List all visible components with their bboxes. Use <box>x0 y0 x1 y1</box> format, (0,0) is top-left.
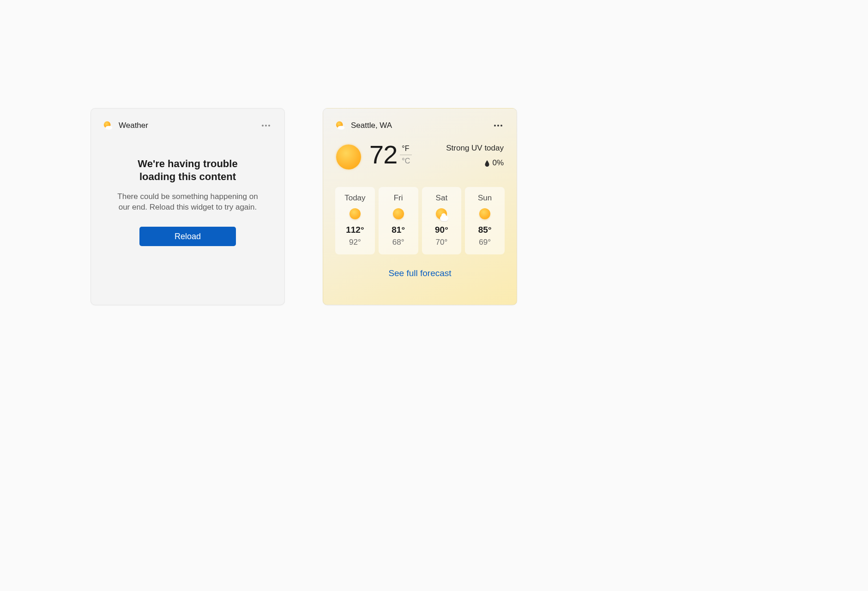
forecast-day[interactable]: Fri 81° 68° <box>379 187 418 254</box>
more-icon <box>494 125 502 127</box>
current-conditions: 72 °F °C Strong UV today 0% <box>335 142 505 169</box>
precip-row: 0% <box>446 158 504 168</box>
current-temp: 72 °F °C <box>369 142 412 168</box>
weather-extras: Strong UV today 0% <box>446 142 504 168</box>
low-temp: 70° <box>424 238 460 247</box>
weather-error-widget: Weather We're having trouble loading thi… <box>90 108 285 305</box>
error-heading: We're having trouble loading this conten… <box>119 157 257 183</box>
more-icon <box>262 125 270 127</box>
high-temp: 85° <box>467 225 503 235</box>
forecast-day[interactable]: Sun 85° 69° <box>465 187 505 254</box>
forecast-row: Today 112° 92° Fri 81° 68° Sat 90° 70° <box>335 187 505 254</box>
svg-point-5 <box>338 126 342 129</box>
uv-text: Strong UV today <box>446 144 504 153</box>
partly-cloudy-icon <box>435 208 447 220</box>
unit-fahrenheit[interactable]: °F <box>400 145 412 155</box>
see-full-forecast-link[interactable]: See full forecast <box>335 268 505 278</box>
low-temp: 92° <box>337 238 373 247</box>
weather-app-icon <box>103 121 113 131</box>
day-label: Fri <box>380 193 416 203</box>
sun-icon <box>392 208 404 220</box>
day-label: Sun <box>467 193 503 203</box>
low-temp: 68° <box>380 238 416 247</box>
error-description: There could be something happening on ou… <box>114 192 262 213</box>
low-temp: 69° <box>467 238 503 247</box>
forecast-day[interactable]: Today 112° 92° <box>335 187 375 254</box>
weather-widget: Seattle, WA 72 °F °C Strong UV today <box>323 108 517 305</box>
widget-title: Weather <box>119 121 259 130</box>
raindrop-icon <box>485 160 489 166</box>
day-label: Today <box>337 193 373 203</box>
more-options-button[interactable] <box>259 120 272 131</box>
high-temp: 81° <box>380 225 416 235</box>
widget-header: Seattle, WA <box>335 119 505 133</box>
temperature-value: 72 <box>369 142 397 168</box>
svg-point-2 <box>106 126 110 129</box>
forecast-day[interactable]: Sat 90° 70° <box>422 187 462 254</box>
day-label: Sat <box>424 193 460 203</box>
error-body: We're having trouble loading this conten… <box>103 133 272 294</box>
location-title: Seattle, WA <box>351 121 492 130</box>
more-options-button[interactable] <box>492 120 505 131</box>
widget-header: Weather <box>103 119 272 133</box>
reload-button[interactable]: Reload <box>139 227 236 246</box>
high-temp: 90° <box>424 225 460 235</box>
weather-app-icon <box>335 121 345 131</box>
unit-celsius[interactable]: °C <box>400 155 412 165</box>
sun-icon <box>336 145 361 169</box>
sun-icon <box>349 208 361 220</box>
precip-value: 0% <box>492 158 504 168</box>
high-temp: 112° <box>337 225 373 235</box>
sun-icon <box>479 208 491 220</box>
unit-toggle[interactable]: °F °C <box>400 145 412 165</box>
